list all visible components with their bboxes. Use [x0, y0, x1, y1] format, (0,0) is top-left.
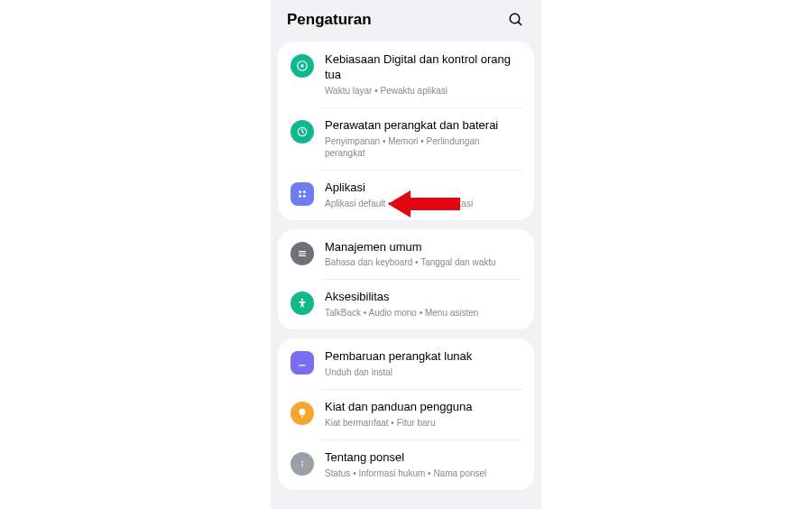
search-icon [508, 12, 524, 28]
item-digital-wellbeing[interactable]: Kebiasaan Digital dan kontrol orang tua … [278, 42, 534, 107]
svg-point-3 [300, 64, 304, 68]
group-about: Pembaruan perangkat lunak Unduh dan inst… [278, 338, 534, 490]
item-tips[interactable]: Kiat dan panduan pengguna Kiat bermanfaa… [278, 389, 534, 440]
tips-icon [291, 402, 314, 425]
item-device-care[interactable]: Perawatan perangkat dan baterai Penyimpa… [278, 107, 534, 170]
item-subtitle: Unduh dan instal [325, 366, 521, 378]
item-text: Aplikasi Aplikasi default • Pengaturan a… [325, 180, 521, 209]
item-general-management[interactable]: Manajemen umum Bahasa dan keyboard • Tan… [278, 229, 534, 280]
item-text: Manajemen umum Bahasa dan keyboard • Tan… [325, 240, 521, 269]
item-accessibility[interactable]: Aksesibilitas TalkBack • Audio mono • Me… [278, 279, 534, 329]
svg-rect-10 [299, 253, 306, 254]
svg-point-0 [510, 14, 520, 23]
care-icon [291, 120, 314, 143]
item-title: Manajemen umum [325, 240, 521, 255]
item-about-phone[interactable]: Tentang ponsel Status • Informasi hukum … [278, 440, 534, 490]
svg-rect-11 [299, 255, 306, 255]
svg-point-6 [303, 190, 306, 193]
item-title: Pembaruan perangkat lunak [325, 349, 521, 365]
item-title: Tentang ponsel [325, 450, 521, 466]
item-title: Perawatan perangkat dan baterai [325, 118, 521, 134]
svg-point-12 [301, 299, 303, 301]
item-subtitle: Bahasa dan keyboard • Tanggal dan waktu [325, 256, 521, 268]
item-subtitle: Aplikasi default • Pengaturan aplikasi [325, 198, 521, 209]
item-subtitle: Kiat bermanfaat • Fitur baru [325, 417, 521, 429]
page-title: Pengaturan [287, 11, 372, 29]
item-subtitle: Penyimpanan • Memori • Perlindungan pera… [325, 135, 521, 159]
search-button[interactable] [507, 11, 525, 29]
about-icon [291, 452, 314, 476]
item-text: Kebiasaan Digital dan kontrol orang tua … [325, 52, 521, 97]
general-icon [291, 242, 314, 265]
item-text: Tentang ponsel Status • Informasi hukum … [325, 450, 521, 479]
item-aplikasi[interactable]: Aplikasi Aplikasi default • Pengaturan a… [278, 170, 534, 220]
item-text: Perawatan perangkat dan baterai Penyimpa… [325, 118, 521, 159]
accessibility-icon [291, 292, 314, 315]
item-text: Aksesibilitas TalkBack • Audio mono • Me… [325, 290, 521, 319]
item-text: Kiat dan panduan pengguna Kiat bermanfaa… [325, 400, 521, 429]
header: Pengaturan [271, 0, 541, 42]
item-title: Kiat dan panduan pengguna [325, 400, 521, 415]
svg-rect-14 [301, 464, 302, 467]
svg-point-8 [303, 195, 306, 198]
update-icon [291, 351, 314, 375]
item-text: Pembaruan perangkat lunak Unduh dan inst… [325, 349, 521, 378]
group-apps-care: Kebiasaan Digital dan kontrol orang tua … [278, 42, 534, 220]
svg-point-5 [299, 190, 301, 193]
settings-screen: Pengaturan Kebiasaan Digital dan kontrol… [271, 0, 541, 509]
item-title: Aksesibilitas [325, 290, 521, 305]
svg-rect-9 [299, 251, 306, 252]
item-title: Aplikasi [325, 180, 521, 196]
item-subtitle: TalkBack • Audio mono • Menu asisten [325, 307, 521, 319]
item-software-update[interactable]: Pembaruan perangkat lunak Unduh dan inst… [278, 338, 534, 389]
svg-line-1 [518, 22, 521, 25]
item-subtitle: Waktu layar • Pewaktu aplikasi [325, 85, 521, 97]
item-title: Kebiasaan Digital dan kontrol orang tua [325, 52, 521, 83]
wellbeing-icon [291, 54, 314, 78]
group-general: Manajemen umum Bahasa dan keyboard • Tan… [278, 229, 534, 330]
apps-icon [291, 182, 314, 206]
svg-point-13 [301, 461, 303, 463]
settings-list: Kebiasaan Digital dan kontrol orang tua … [271, 42, 541, 509]
svg-point-7 [299, 195, 301, 198]
item-subtitle: Status • Informasi hukum • Nama ponsel [325, 467, 521, 479]
